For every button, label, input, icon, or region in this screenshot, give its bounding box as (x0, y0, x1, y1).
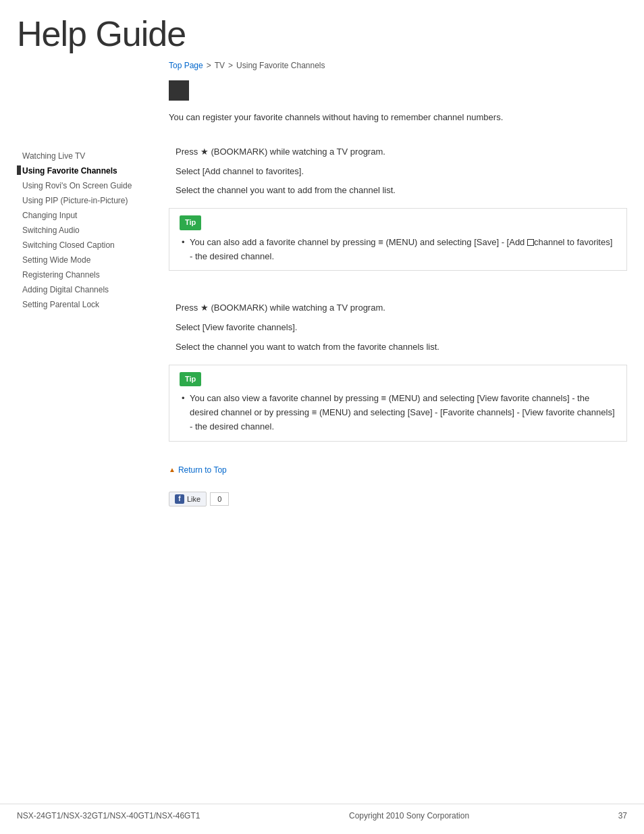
step-1-3: Select the channel you want to add from … (169, 184, 627, 198)
tip-text-2: You can also view a favorite channel by … (180, 392, 616, 434)
footer-model: NSX-24GT1/NSX-32GT1/NSX-40GT1/NSX-46GT1 (17, 811, 200, 820)
sidebar-item-setting-wide-mode[interactable]: Setting Wide Mode (17, 253, 155, 267)
breadcrumb-tv: TV (215, 61, 225, 70)
sidebar-item-registering-channels[interactable]: Registering Channels (17, 267, 155, 282)
sidebar-item-using-favorite-channels[interactable]: Using Favorite Channels (17, 163, 155, 178)
sidebar-item-setting-parental-lock[interactable]: Setting Parental Lock (17, 297, 155, 312)
section-add-favorites: Press ★ (BOOKMARK) while watching a TV p… (169, 145, 627, 271)
step-2-1: Press ★ (BOOKMARK) while watching a TV p… (169, 301, 627, 315)
footer-copyright: Copyright 2010 Sony Corporation (349, 811, 469, 820)
step-1-2: Select [Add channel to favorites]. (169, 165, 627, 179)
sidebar-item-changing-input[interactable]: Changing Input (17, 208, 155, 223)
sidebar-item-adding-digital-channels[interactable]: Adding Digital Channels (17, 282, 155, 297)
breadcrumb-sep1: > (207, 61, 211, 70)
menu-icon-1: ≡ (378, 236, 383, 250)
return-to-top-link[interactable]: Return to Top (169, 465, 227, 475)
like-button[interactable]: f Like (169, 492, 207, 506)
sidebar-item-switching-audio[interactable]: Switching Audio (17, 223, 155, 238)
page-icon (169, 80, 189, 101)
tip-text-1: You can also add a favorite channel by p… (180, 236, 616, 264)
like-count: 0 (210, 492, 229, 506)
facebook-icon: f (175, 494, 184, 504)
footer-page: 37 (618, 811, 627, 820)
like-section: f Like 0 (169, 492, 627, 506)
breadcrumb-top-page[interactable]: Top Page (169, 61, 203, 70)
page-wrapper: Help Guide Watching Live TVUsing Favorit… (0, 0, 644, 834)
small-square-icon (527, 239, 534, 246)
breadcrumb: Top Page > TV > Using Favorite Channels (169, 61, 627, 70)
step-2-2: Select [View favorite channels]. (169, 321, 627, 335)
page-title: Help Guide (17, 14, 627, 54)
step-1-1: Press ★ (BOOKMARK) while watching a TV p… (169, 145, 627, 159)
sidebar: Watching Live TVUsing Favorite ChannelsU… (17, 61, 155, 506)
star-icon-2: ★ (200, 301, 209, 315)
tip-box-1: Tip You can also add a favorite channel … (169, 208, 627, 271)
menu-icon-2: ≡ (381, 392, 387, 406)
tip-label-2: Tip (180, 372, 201, 387)
like-label: Like (187, 495, 200, 503)
breadcrumb-sep2: > (228, 61, 233, 70)
menu-icon-3: ≡ (312, 406, 317, 420)
sidebar-item-watching-live-tv[interactable]: Watching Live TV (17, 149, 155, 163)
content-area: Watching Live TVUsing Favorite ChannelsU… (0, 61, 644, 506)
breadcrumb-current: Using Favorite Channels (236, 61, 325, 70)
main-content: Top Page > TV > Using Favorite Channels … (155, 61, 627, 506)
page-footer: NSX-24GT1/NSX-32GT1/NSX-40GT1/NSX-46GT1 … (0, 804, 644, 820)
sidebar-item-switching-closed-caption[interactable]: Switching Closed Caption (17, 238, 155, 253)
section-view-favorites: Press ★ (BOOKMARK) while watching a TV p… (169, 301, 627, 441)
tip-box-2: Tip You can also view a favorite channel… (169, 365, 627, 442)
star-icon-1: ★ (200, 145, 209, 159)
page-header: Help Guide (0, 0, 644, 61)
sidebar-item-using-rovis-on-screen-guide[interactable]: Using Rovi's On Screen Guide (17, 178, 155, 193)
intro-text: You can register your favorite channels … (169, 111, 627, 125)
step-2-3: Select the channel you want to watch fro… (169, 340, 627, 355)
tip-label-1: Tip (180, 215, 201, 230)
sidebar-item-using-pip[interactable]: Using PIP (Picture-in-Picture) (17, 193, 155, 208)
